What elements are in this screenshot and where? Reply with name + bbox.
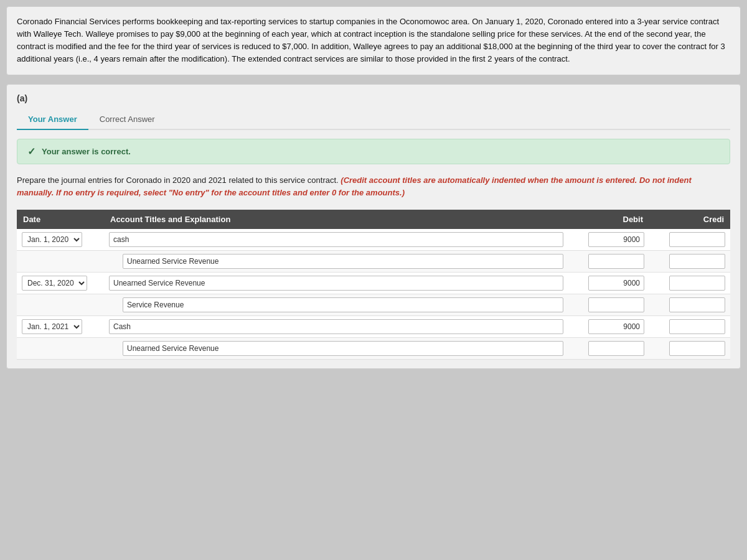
credit-cell-3 — [649, 294, 730, 316]
account-input-0[interactable] — [109, 232, 563, 247]
date-cell-3 — [17, 294, 104, 316]
table-row: Jan. 1, 2021 — [17, 316, 730, 338]
debit-cell-3 — [568, 294, 649, 316]
account-input-1[interactable] — [123, 254, 563, 269]
problem-text: Coronado Financial Services performs boo… — [17, 16, 730, 66]
account-cell-1 — [104, 251, 568, 273]
table-row: Dec. 31, 2020 — [17, 273, 730, 294]
credit-cell-0 — [649, 229, 730, 251]
debit-cell-1 — [568, 251, 649, 273]
date-select-0[interactable]: Jan. 1, 2020 — [22, 232, 82, 247]
account-input-4[interactable] — [109, 319, 563, 334]
debit-input-0[interactable] — [588, 232, 644, 247]
date-cell-2: Dec. 31, 2020 — [17, 273, 104, 294]
section-a-card: (a) Your Answer Correct Answer ✓ Your an… — [6, 84, 741, 370]
credit-input-1[interactable] — [669, 254, 725, 269]
col-header-debit: Debit — [568, 210, 649, 229]
debit-input-4[interactable] — [588, 319, 644, 334]
tabs-row: Your Answer Correct Answer — [17, 110, 730, 130]
date-select-2[interactable]: Dec. 31, 2020 — [22, 276, 87, 291]
account-input-2[interactable] — [109, 276, 563, 291]
instructions-text: Prepare the journal entries for Coronado… — [17, 174, 730, 200]
debit-cell-2 — [568, 273, 649, 294]
debit-input-3[interactable] — [588, 297, 644, 312]
correct-banner: ✓ Your answer is correct. — [17, 139, 730, 164]
table-row — [17, 294, 730, 316]
credit-input-5[interactable] — [669, 341, 725, 356]
credit-input-4[interactable] — [669, 319, 725, 334]
credit-cell-1 — [649, 251, 730, 273]
date-cell-4: Jan. 1, 2021 — [17, 316, 104, 338]
col-header-credit: Credi — [649, 210, 730, 229]
journal-table: Date Account Titles and Explanation Debi… — [17, 210, 730, 360]
debit-cell-4 — [568, 316, 649, 338]
table-row: Jan. 1, 2020 — [17, 229, 730, 251]
account-cell-3 — [104, 294, 568, 316]
debit-cell-0 — [568, 229, 649, 251]
checkmark-icon: ✓ — [27, 146, 35, 157]
outer-container: Coronado Financial Services performs boo… — [6, 6, 741, 369]
credit-input-0[interactable] — [669, 232, 725, 247]
tab-your-answer[interactable]: Your Answer — [17, 110, 88, 130]
date-select-4[interactable]: Jan. 1, 2021 — [22, 319, 82, 334]
credit-cell-2 — [649, 273, 730, 294]
section-label: (a) — [17, 93, 730, 103]
debit-input-2[interactable] — [588, 276, 644, 291]
debit-input-1[interactable] — [588, 254, 644, 269]
date-cell-5 — [17, 338, 104, 360]
account-input-5[interactable] — [123, 341, 563, 356]
correct-banner-text: Your answer is correct. — [42, 147, 131, 156]
debit-cell-5 — [568, 338, 649, 360]
account-input-3[interactable] — [123, 297, 563, 312]
date-cell-1 — [17, 251, 104, 273]
account-cell-4 — [104, 316, 568, 338]
account-cell-0 — [104, 229, 568, 251]
credit-cell-4 — [649, 316, 730, 338]
problem-card: Coronado Financial Services performs boo… — [6, 6, 741, 75]
table-row — [17, 251, 730, 273]
col-header-account: Account Titles and Explanation — [104, 210, 568, 229]
account-cell-5 — [104, 338, 568, 360]
instructions-main: Prepare the journal entries for Coronado… — [17, 175, 341, 185]
credit-input-2[interactable] — [669, 276, 725, 291]
table-row — [17, 338, 730, 360]
account-cell-2 — [104, 273, 568, 294]
date-cell-0: Jan. 1, 2020 — [17, 229, 104, 251]
tab-correct-answer[interactable]: Correct Answer — [88, 110, 166, 129]
debit-input-5[interactable] — [588, 341, 644, 356]
credit-input-3[interactable] — [669, 297, 725, 312]
col-header-date: Date — [17, 210, 104, 229]
credit-cell-5 — [649, 338, 730, 360]
